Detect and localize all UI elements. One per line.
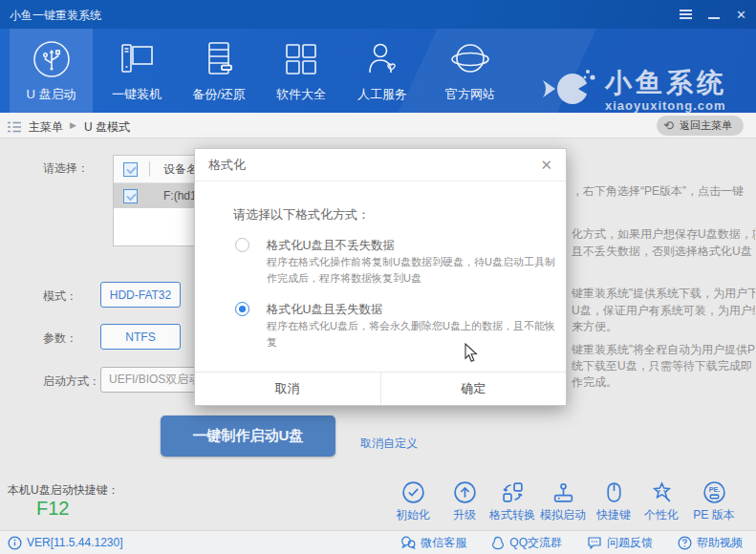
- convert-icon: [501, 480, 525, 504]
- tool-pe-version[interactable]: PE. PE 版本: [684, 480, 744, 523]
- pe-badge-icon: PE.: [702, 480, 726, 504]
- radio-lose-data-desc: 程序在格式化U盘后，将会永久删除您U盘上的数据，且不能恢复: [267, 318, 555, 351]
- help-text-line: 键重装系统”将全程自动为用户提供PE: [572, 342, 755, 358]
- radio-lose-data-label: 格式化U盘且丢失数据: [267, 302, 383, 318]
- info-icon: [8, 536, 22, 550]
- up-arrow-circle-icon: [453, 480, 477, 504]
- globe-icon: [450, 39, 490, 79]
- column-divider: [149, 161, 150, 177]
- list-icon: [8, 119, 21, 137]
- wechat-icon: [400, 536, 416, 549]
- format-dialog-footer: 取消 确定: [195, 372, 566, 405]
- breadcrumb-current: U 盘模式: [84, 119, 130, 136]
- question-circle-icon: [678, 536, 692, 550]
- computer-icon: [117, 39, 157, 79]
- version-info: VER[11.5.44.1230]: [8, 531, 123, 554]
- radio-lose-data[interactable]: [235, 302, 249, 316]
- app-title: 小鱼一键重装系统: [10, 8, 101, 24]
- status-link-label: 帮助视频: [697, 535, 743, 551]
- format-prompt: 请选择以下格式化方式：: [233, 206, 370, 224]
- qq-penguin-icon: [491, 536, 505, 550]
- status-link-label: QQ交流群: [509, 535, 562, 551]
- confirm-button[interactable]: 确定: [381, 373, 567, 405]
- breadcrumb-bar: 主菜单 ▶ U 盘模式 ⟲ 返回主菜单: [0, 113, 756, 138]
- nav-official-website[interactable]: 官方网站: [426, 29, 514, 113]
- param-value-button[interactable]: NTFS: [100, 324, 181, 350]
- qq-group-link[interactable]: QQ交流群: [491, 535, 562, 551]
- help-text-line: ，右下角选择“PE版本”，点击一键: [572, 183, 755, 200]
- wechat-service-link[interactable]: 微信客服: [400, 535, 466, 551]
- mouse-cursor: [464, 343, 479, 367]
- format-dialog-title: 格式化: [208, 157, 246, 174]
- joystick-icon: [551, 480, 575, 504]
- tool-label: 个性化: [644, 507, 679, 523]
- nav-label: 软件大全: [276, 86, 326, 103]
- nav-one-click-install[interactable]: 一键装机: [96, 29, 178, 113]
- tool-label: 升级: [453, 507, 476, 523]
- tool-label: PE 版本: [693, 507, 734, 523]
- logo-domain: xiaoyuxitong.com: [605, 98, 727, 113]
- tool-initialize[interactable]: 初始化: [383, 480, 443, 523]
- boot-mode-label: 启动方式：: [43, 373, 100, 390]
- help-text-line: 来方便。: [572, 319, 755, 335]
- help-text-line: U盘，保证用户有系统可装，为用户维: [572, 303, 755, 319]
- close-icon[interactable]: ✕: [736, 9, 746, 21]
- nav-backup-restore[interactable]: 备份/还原: [180, 29, 258, 113]
- app-window: 小鱼一键重装系统 ✕ U 盘启动: [0, 0, 756, 554]
- help-text-line: 化方式，如果用户想保存U盘数据，就: [572, 226, 755, 243]
- tool-label: 格式转换: [489, 507, 535, 523]
- cancel-custom-link[interactable]: 取消自定义: [360, 436, 418, 452]
- chat-bubble-icon: [587, 536, 602, 549]
- status-link-label: 微信客服: [421, 535, 466, 551]
- feedback-link[interactable]: 问题反馈: [587, 535, 653, 551]
- breadcrumb-root[interactable]: 主菜单: [29, 119, 63, 136]
- usb-hotkey-label: 本机U盘启动快捷键：: [8, 482, 119, 499]
- menu-icon[interactable]: [680, 8, 692, 21]
- magic-star-icon: [650, 480, 674, 504]
- mode-value-button[interactable]: HDD-FAT32: [100, 282, 181, 308]
- tool-label: 模拟启动: [540, 507, 586, 523]
- select-device-label: 请选择：: [43, 160, 89, 177]
- make-boot-usb-button[interactable]: 一键制作启动U盘: [161, 416, 335, 457]
- svg-text:PE.: PE.: [708, 485, 720, 494]
- apps-grid-icon: [281, 39, 321, 79]
- nav-label: 人工服务: [357, 86, 407, 103]
- breadcrumb-separator: ▶: [70, 120, 76, 130]
- mouse-icon: [602, 480, 626, 504]
- select-all-checkbox[interactable]: [123, 162, 138, 177]
- cancel-button[interactable]: 取消: [195, 373, 381, 405]
- window-controls: ✕: [680, 0, 746, 29]
- back-arrow-icon: ⟲: [663, 119, 674, 132]
- tool-personalize[interactable]: 个性化: [632, 480, 691, 523]
- param-label: 参数：: [43, 330, 77, 347]
- nav-usb-boot[interactable]: U 盘启动: [10, 29, 93, 113]
- back-to-main-menu-button[interactable]: ⟲ 返回主菜单: [657, 116, 744, 136]
- nav-human-service[interactable]: 人工服务: [342, 29, 422, 113]
- status-links: 微信客服 QQ交流群 问题反馈: [400, 531, 743, 554]
- status-link-label: 问题反馈: [607, 535, 653, 551]
- status-bar: VER[11.5.44.1230] 微信客服 QQ交流群: [0, 530, 756, 554]
- device-checkbox[interactable]: [123, 189, 138, 203]
- backup-icon: [199, 39, 239, 79]
- nav-label: 一键装机: [112, 86, 162, 103]
- version-text: VER[11.5.44.1230]: [27, 536, 123, 549]
- nav-bar: U 盘启动 一键装机 备份/还原: [0, 29, 756, 113]
- radio-keep-data-desc: 程序在格式化操作前将复制U盘数据到硬盘，待U盘启动工具制作完成后，程序将数据恢复…: [267, 254, 555, 287]
- radio-keep-data[interactable]: [235, 238, 249, 252]
- help-video-link[interactable]: 帮助视频: [678, 535, 743, 551]
- nav-software-collection[interactable]: 软件大全: [260, 29, 342, 113]
- help-text-line: 键重装系统”提供系统下载，为用户下: [572, 286, 755, 302]
- minimize-icon[interactable]: [708, 17, 720, 19]
- check-circle-icon: [401, 480, 425, 504]
- radio-keep-data-label: 格式化U盘且不丢失数据: [267, 238, 395, 254]
- tool-label: 初始化: [396, 507, 430, 523]
- help-text-line: 且不丢失数据，否则选择格式化U盘: [572, 244, 755, 260]
- brand-logo: 小鱼系统 xiaoyuxitong.com: [540, 63, 727, 118]
- fish-logo-icon: [540, 63, 597, 118]
- nav-label: 官方网站: [445, 86, 495, 103]
- usb-hotkey-value: F12: [36, 498, 69, 520]
- dialog-close-icon[interactable]: ✕: [540, 157, 552, 174]
- usb-icon: [32, 39, 72, 79]
- nav-label: U 盘启动: [27, 86, 76, 103]
- back-button-label: 返回主菜单: [680, 118, 732, 133]
